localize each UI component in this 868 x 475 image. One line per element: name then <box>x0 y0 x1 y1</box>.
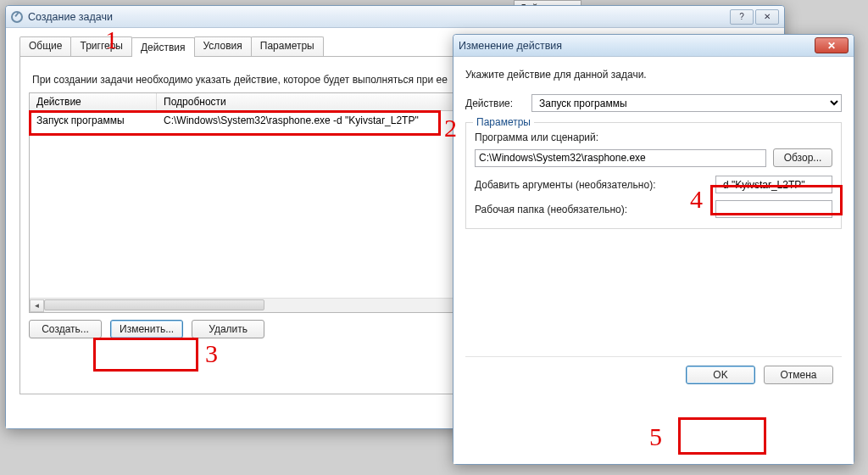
dialog-title: Изменение действия <box>459 40 562 52</box>
scrollbar-thumb[interactable] <box>44 299 264 310</box>
clock-icon <box>11 11 23 23</box>
workdir-label: Рабочая папка (необязательно): <box>475 204 709 215</box>
delete-button[interactable]: Удалить <box>192 320 264 338</box>
cell-action: Запуск программы <box>30 111 157 130</box>
tab-actions[interactable]: Действия <box>131 37 195 57</box>
titlebar: Изменение действия ✕ <box>453 35 854 57</box>
create-button[interactable]: Создать... <box>29 320 102 338</box>
close-button[interactable]: ✕ <box>815 37 849 53</box>
titlebar: Создание задачи ? ✕ <box>6 6 784 28</box>
tab-conditions[interactable]: Условия <box>194 36 252 56</box>
col-action: Действие <box>30 93 157 110</box>
browse-button[interactable]: Обзор... <box>773 148 832 167</box>
scroll-left-icon[interactable]: ◄ <box>30 299 44 312</box>
program-label: Программа или сценарий: <box>475 131 832 143</box>
action-combo[interactable]: Запуск программы <box>531 94 842 112</box>
edit-button[interactable]: Изменить... <box>110 320 183 338</box>
workdir-input[interactable] <box>715 200 832 218</box>
parameters-group: Параметры Программа или сценарий: Обзор.… <box>465 122 842 229</box>
close-button[interactable]: ✕ <box>755 9 779 25</box>
window-title: Создание задачи <box>28 11 113 23</box>
tab-settings[interactable]: Параметры <box>251 36 324 56</box>
tab-triggers[interactable]: Триггеры <box>70 36 132 56</box>
instruction-text: Укажите действие для данной задачи. <box>465 69 842 81</box>
ok-button[interactable]: OK <box>686 366 755 384</box>
help-button[interactable]: ? <box>730 9 754 25</box>
arguments-label: Добавить аргументы (необязательно): <box>475 179 709 191</box>
action-label: Действие: <box>465 98 525 109</box>
program-input[interactable] <box>475 149 766 167</box>
arguments-input[interactable] <box>715 176 832 193</box>
tab-general[interactable]: Общие <box>19 36 71 56</box>
edit-action-dialog: Изменение действия ✕ Укажите действие дл… <box>453 34 854 465</box>
cancel-button[interactable]: Отмена <box>764 366 833 384</box>
group-title: Параметры <box>473 116 534 128</box>
